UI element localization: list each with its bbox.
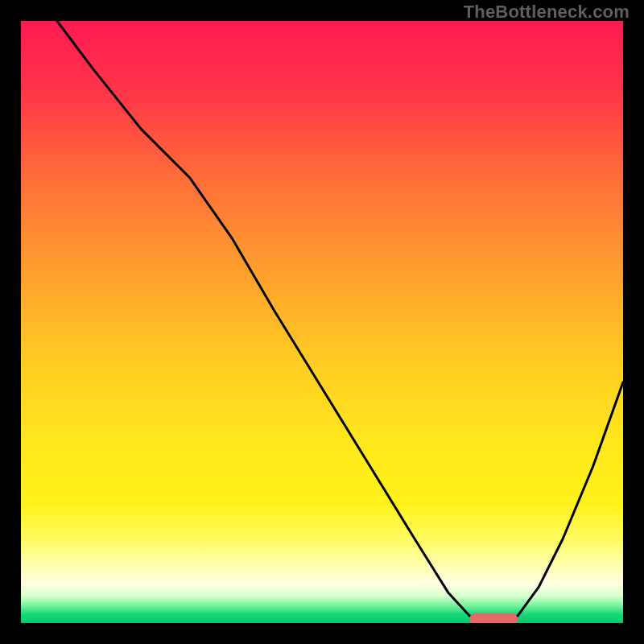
chart-svg xyxy=(21,21,623,623)
chart-frame: TheBottleneck.com xyxy=(0,0,644,644)
gradient-background xyxy=(21,21,623,623)
watermark-text: TheBottleneck.com xyxy=(464,2,630,23)
optimal-range-marker xyxy=(469,613,518,623)
plot-area xyxy=(21,21,623,623)
